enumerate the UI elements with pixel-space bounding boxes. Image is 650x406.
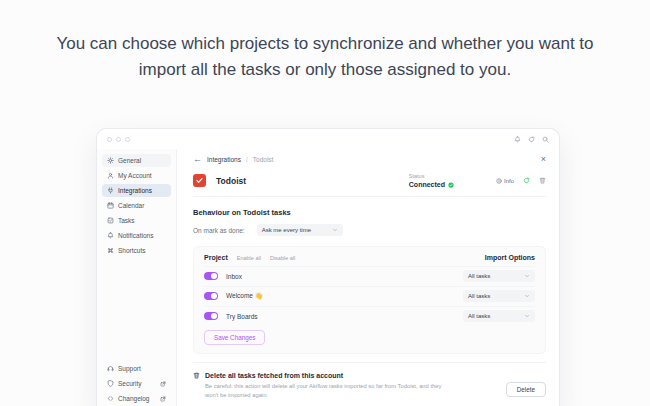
toggle-knob (211, 273, 217, 279)
project-row: Welcome 👋 All tasks (204, 286, 535, 301)
gear-icon (107, 157, 114, 164)
integration-title: Todoist (216, 176, 246, 186)
sidebar-item-label: Calendar (118, 202, 144, 209)
project-name: Try Boards (226, 313, 258, 320)
header-actions: Info (496, 177, 546, 184)
select-value: All tasks (468, 273, 490, 279)
select-value: All tasks (468, 313, 490, 319)
sidebar-item-label: Changelog (118, 395, 149, 402)
back-icon[interactable]: ← (193, 155, 202, 164)
on-mark-as-done-select[interactable]: Ask me every time (257, 224, 343, 236)
close-icon[interactable]: × (541, 155, 546, 164)
external-link-icon (160, 396, 166, 402)
sync-icon[interactable] (523, 177, 530, 184)
status-block: Status Connected (409, 173, 454, 188)
connected-check-icon (448, 182, 454, 188)
plug-icon (107, 187, 114, 194)
trash-icon (193, 372, 200, 379)
todoist-logo-icon (193, 174, 206, 187)
sidebar-item-support[interactable]: Support (102, 362, 171, 375)
on-mark-as-done-label: On mark as done: (193, 227, 245, 234)
project-toggle[interactable] (204, 272, 218, 280)
breadcrumb: ← Integrations / Todoist × (193, 155, 546, 164)
status-value: Connected (409, 181, 445, 188)
sidebar-footer: Support Security Changelog (102, 362, 171, 406)
project-toggle[interactable] (204, 312, 218, 320)
project-row: Inbox All tasks (204, 266, 535, 281)
info-label: Info (504, 178, 514, 184)
divider (193, 362, 546, 363)
project-column-header: Project (204, 254, 228, 261)
sidebar-item-label: General (118, 157, 141, 164)
sidebar-item-tasks[interactable]: Tasks (102, 214, 171, 227)
window-control-dot[interactable] (107, 137, 112, 142)
delete-all-description: Be careful: this action will delete all … (205, 382, 455, 399)
sidebar-item-calendar[interactable]: Calendar (102, 199, 171, 212)
sidebar-item-label: Tasks (118, 217, 135, 224)
shield-icon (107, 380, 114, 387)
sidebar-item-label: Notifications (118, 232, 153, 239)
select-value: Ask me every time (262, 227, 311, 233)
external-link-icon (160, 381, 166, 387)
disable-all-link[interactable]: Disable all (270, 255, 295, 261)
save-changes-button[interactable]: Save Changes (204, 330, 265, 345)
chevron-down-icon (332, 227, 338, 233)
sidebar-item-shortcuts[interactable]: Shortcuts (102, 244, 171, 257)
bell-icon (107, 232, 114, 239)
breadcrumb-current: Todoist (253, 156, 274, 163)
breadcrumb-parent[interactable]: Integrations (207, 156, 241, 163)
settings-window: General My Account Integrations Calendar… (96, 128, 560, 406)
window-titlebar (97, 129, 559, 149)
toggle-knob (211, 313, 217, 319)
project-name: Inbox (226, 273, 242, 280)
behaviour-row: On mark as done: Ask me every time (193, 224, 546, 236)
enable-all-link[interactable]: Enable all (237, 255, 261, 261)
delete-all-title: Delete all tasks fetched from this accou… (205, 372, 343, 379)
chevron-down-icon (524, 313, 530, 319)
integration-header: Todoist Status Connected Info (193, 173, 546, 188)
window-control-dot[interactable] (116, 137, 121, 142)
breadcrumb-separator: / (246, 156, 248, 163)
refresh-icon[interactable] (528, 136, 535, 143)
chevron-down-icon (524, 293, 530, 299)
sidebar-item-notifications[interactable]: Notifications (102, 229, 171, 242)
behaviour-section-title: Behaviour on Todoist tasks (193, 208, 546, 217)
info-icon (496, 178, 502, 184)
projects-panel-header: Project Enable all Disable all Import Op… (204, 254, 535, 261)
status-label: Status (409, 173, 454, 179)
project-toggle[interactable] (204, 292, 218, 300)
sidebar-item-changelog[interactable]: Changelog (102, 392, 171, 405)
project-name: Welcome 👋 (226, 292, 263, 300)
user-icon (107, 172, 114, 179)
window-controls[interactable] (107, 137, 130, 142)
toggle-knob (211, 293, 217, 299)
import-option-select[interactable]: All tasks (463, 290, 535, 302)
calendar-icon (107, 202, 114, 209)
window-control-dot[interactable] (125, 137, 130, 142)
headset-icon (107, 365, 114, 372)
sidebar-item-label: My Account (118, 172, 152, 179)
integration-detail-panel: ← Integrations / Todoist × Todoist Statu… (177, 149, 559, 406)
danger-zone: Delete all tasks fetched from this accou… (193, 372, 546, 399)
sidebar-item-security[interactable]: Security (102, 377, 171, 390)
import-option-select[interactable]: All tasks (463, 310, 535, 322)
trash-icon[interactable] (539, 177, 546, 184)
sidebar-item-label: Shortcuts (118, 247, 145, 254)
project-row: Try Boards All tasks (204, 306, 535, 321)
code-icon (107, 395, 114, 402)
sidebar-item-label: Security (118, 380, 141, 387)
select-value: All tasks (468, 293, 490, 299)
sidebar-item-integrations[interactable]: Integrations (102, 184, 171, 197)
chevron-down-icon (524, 273, 530, 279)
search-icon[interactable] (542, 136, 549, 143)
check-square-icon (107, 217, 114, 224)
import-option-select[interactable]: All tasks (463, 270, 535, 282)
sidebar-item-label: Integrations (118, 187, 152, 194)
delete-button[interactable]: Delete (506, 382, 546, 397)
command-icon (107, 247, 114, 254)
sidebar-item-my-account[interactable]: My Account (102, 169, 171, 182)
info-button[interactable]: Info (496, 178, 514, 184)
bell-icon[interactable] (514, 136, 521, 143)
sidebar-item-general[interactable]: General (102, 154, 171, 167)
sidebar-item-label: Support (118, 365, 141, 372)
